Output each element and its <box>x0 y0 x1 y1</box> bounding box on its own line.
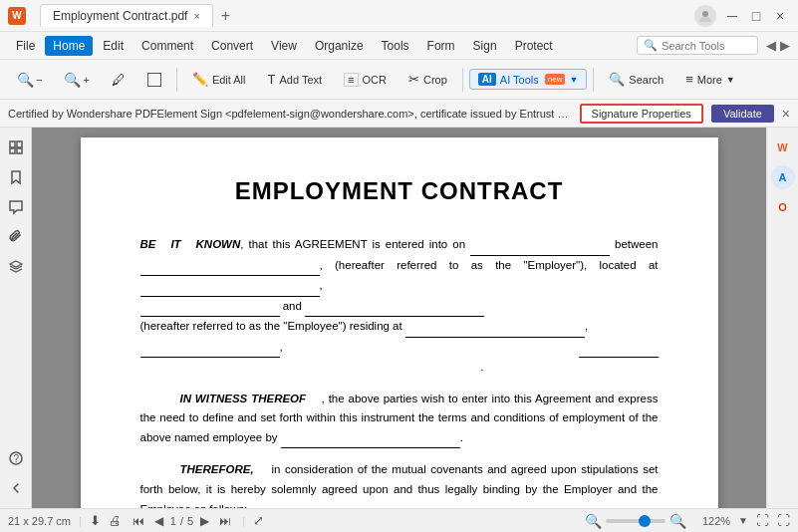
download-icon[interactable]: ⬇ <box>90 513 101 528</box>
ai-tools-label: AI Tools <box>500 74 539 86</box>
minimize-btn[interactable]: ─ <box>722 6 742 26</box>
signature-properties-btn[interactable]: Signature Properties <box>580 104 703 124</box>
edit-all-btn[interactable]: ✏️ Edit All <box>183 68 255 91</box>
shape-btn[interactable] <box>138 69 170 91</box>
more-label: More <box>697 74 722 86</box>
menu-tools[interactable]: Tools <box>374 36 417 56</box>
title-controls: ─ □ × <box>722 6 790 26</box>
blank-employer-address <box>140 276 320 297</box>
add-text-label: Add Text <box>279 74 322 86</box>
sidebar-collapse-icon[interactable] <box>4 476 28 500</box>
blank-city <box>140 297 280 318</box>
zoom-control: 🔍 🔍 <box>585 513 686 529</box>
menu-view[interactable]: View <box>263 36 305 56</box>
ocr-btn[interactable]: ≡ OCR <box>335 69 396 91</box>
svg-rect-1 <box>10 141 15 147</box>
total-pages: 5 <box>187 515 193 527</box>
print-icon[interactable]: 🖨 <box>109 513 122 528</box>
sidebar-attachment-icon[interactable] <box>4 225 28 249</box>
crop-label: Crop <box>423 74 447 86</box>
notification-close-btn[interactable]: × <box>782 106 790 122</box>
menu-comment[interactable]: Comment <box>133 36 201 56</box>
svg-point-0 <box>702 11 708 17</box>
main-area: ? EMPLOYMENT CONTRACT BE IT KNOWN, that … <box>0 128 798 508</box>
tab-close-btn[interactable]: × <box>193 10 199 22</box>
sidebar-bookmark-icon[interactable] <box>4 165 28 189</box>
sidebar-thumbnail-icon[interactable] <box>4 135 28 159</box>
right-sidebar-office-icon[interactable]: O <box>771 195 795 219</box>
crop-icon: ✂ <box>408 72 419 87</box>
blank-state <box>579 338 659 359</box>
blank-witness <box>281 428 460 449</box>
document-tab[interactable]: Employment Contract.pdf × <box>40 4 213 27</box>
zoom-in-btn[interactable]: 🔍 + <box>55 68 98 92</box>
search-tools-icon: 🔍 <box>644 39 658 52</box>
status-bar: 21 x 29.7 cm | ⬇ 🖨 ⏮ ◀ 1 / 5 ▶ ⏭ | ⤢ 🔍 🔍… <box>0 508 798 532</box>
in-witness-thereof: IN WITNESS THEREOF <box>180 393 307 404</box>
blank-employee-city <box>140 338 280 359</box>
menu-sign[interactable]: Sign <box>465 36 505 56</box>
next-page-btn[interactable]: ▶ <box>197 514 212 528</box>
menu-protect[interactable]: Protect <box>507 36 561 56</box>
blank-date <box>470 235 610 256</box>
search-tools-input[interactable] <box>662 40 751 52</box>
toolbar-fwd-btn[interactable]: ▶ <box>780 38 790 53</box>
blank-employee-address <box>405 317 585 338</box>
add-text-btn[interactable]: T Add Text <box>259 68 332 91</box>
more-icon: ≡ <box>685 72 693 87</box>
svg-rect-2 <box>17 141 22 147</box>
fullscreen-icon[interactable]: ⛶ <box>777 513 790 528</box>
right-sidebar: W A O <box>766 128 798 508</box>
menu-edit[interactable]: Edit <box>95 36 132 56</box>
menu-bar: File Home Edit Comment Convert View Orga… <box>0 32 798 60</box>
zoom-dropdown-btn[interactable]: ▼ <box>738 515 748 526</box>
menu-form[interactable]: Form <box>419 36 463 56</box>
tab-area: Employment Contract.pdf × + <box>40 3 238 29</box>
zoom-slider[interactable] <box>606 519 665 523</box>
user-avatar <box>694 5 716 27</box>
paragraph1: BE IT KNOWN, that this AGREEMENT is ente… <box>140 235 659 378</box>
fit-width-icon[interactable]: ⛶ <box>756 513 769 528</box>
right-sidebar-wondershare-icon[interactable]: W <box>771 135 795 159</box>
first-page-btn[interactable]: ⏮ <box>130 514 147 528</box>
zoom-in-plus: + <box>83 74 89 86</box>
current-page: 1 <box>170 515 176 527</box>
search-btn[interactable]: 🔍 Search <box>600 68 672 91</box>
last-page-btn[interactable]: ⏭ <box>216 514 234 528</box>
therefore: THEREFORE, <box>180 463 254 475</box>
menu-home[interactable]: Home <box>45 36 93 56</box>
sidebar-help-icon[interactable]: ? <box>4 446 28 470</box>
zoom-out-btn[interactable]: 🔍 − <box>8 68 51 92</box>
new-tab-btn[interactable]: + <box>213 3 238 29</box>
more-arrow: ▼ <box>726 75 735 85</box>
zoom-in-status-btn[interactable]: 🔍 <box>669 513 686 529</box>
ai-tools-btn[interactable]: AI AI Tools new ▼ <box>469 69 588 90</box>
right-sidebar-ai-icon[interactable]: A <box>771 165 795 189</box>
sidebar-comment-icon[interactable] <box>4 195 28 219</box>
document-scroll[interactable]: EMPLOYMENT CONTRACT BE IT KNOWN, that th… <box>32 128 766 508</box>
validate-btn[interactable]: Validate <box>711 105 774 123</box>
notification-text: Certified by Wondershare PDFElement Sign… <box>8 108 572 120</box>
menu-convert[interactable]: Convert <box>203 36 261 56</box>
highlight-icon: 🖊 <box>112 72 126 88</box>
fit-page-icon[interactable]: ⤢ <box>253 513 264 528</box>
sidebar-layers-icon[interactable] <box>4 255 28 279</box>
highlight-btn[interactable]: 🖊 <box>103 68 134 92</box>
more-btn[interactable]: ≡ More ▼ <box>676 68 744 91</box>
search-icon: 🔍 <box>609 72 625 87</box>
tab-title: Employment Contract.pdf <box>53 9 187 23</box>
prev-page-btn[interactable]: ◀ <box>151 514 166 528</box>
maximize-btn[interactable]: □ <box>746 6 766 26</box>
crop-btn[interactable]: ✂ Crop <box>399 68 456 91</box>
toolbar-back-btn[interactable]: ◀ <box>766 38 776 53</box>
zoom-out-icon: 🔍 <box>17 72 34 88</box>
paragraph2: IN WITNESS THEREOF , the above parties w… <box>140 390 659 449</box>
zoom-out-status-btn[interactable]: 🔍 <box>585 513 602 529</box>
document-area: EMPLOYMENT CONTRACT BE IT KNOWN, that th… <box>32 128 766 508</box>
menu-organize[interactable]: Organize <box>307 36 372 56</box>
close-btn[interactable]: × <box>770 6 790 26</box>
menu-file[interactable]: File <box>8 36 43 56</box>
blank-employer <box>140 256 320 277</box>
edit-all-label: Edit All <box>212 74 246 86</box>
separator3 <box>593 68 594 92</box>
